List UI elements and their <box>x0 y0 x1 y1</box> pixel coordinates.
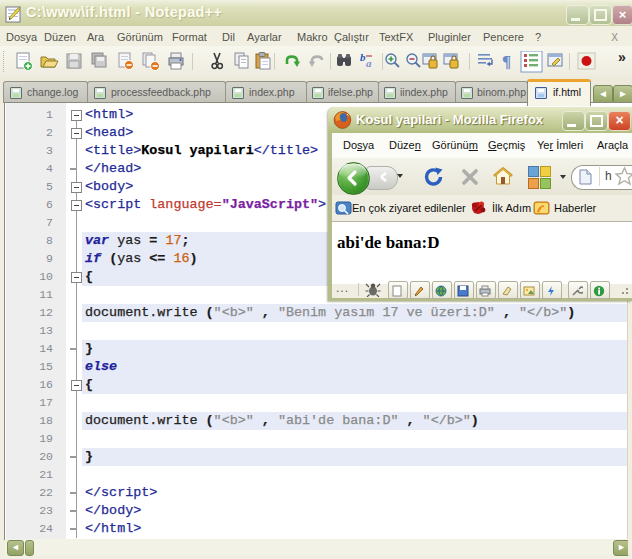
svg-text:a: a <box>366 57 372 69</box>
svg-text:¶: ¶ <box>502 52 511 71</box>
